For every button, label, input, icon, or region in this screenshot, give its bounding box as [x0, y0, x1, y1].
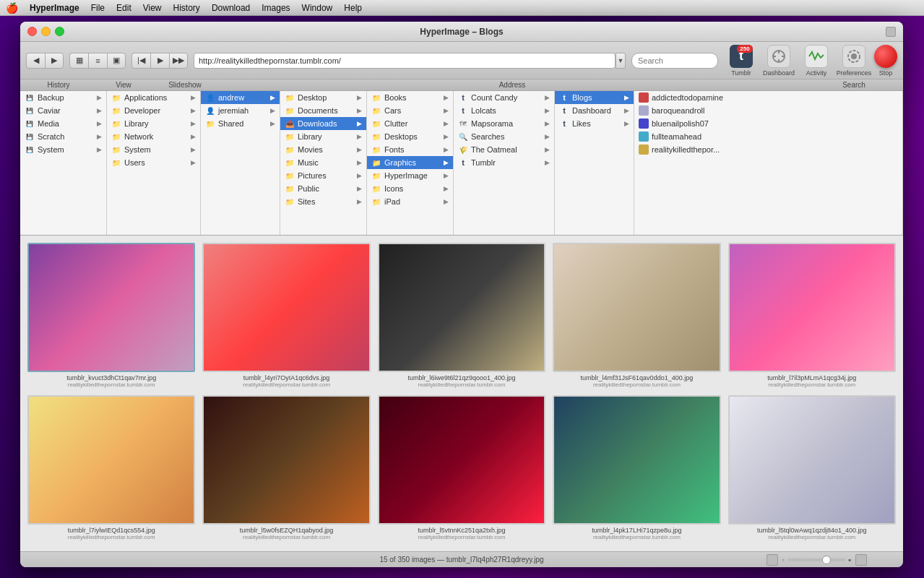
- finder-item-searches[interactable]: 🔍 Searches ▶: [454, 130, 554, 143]
- finder-item-system2[interactable]: 📁 System ▶: [107, 143, 200, 156]
- finder-item-applications[interactable]: 📁 Applications ▶: [107, 91, 200, 104]
- thumbnail-item[interactable]: tumblr_l7iylwIEQd1qcs554.jpg realitykill…: [27, 395, 195, 540]
- menu-file[interactable]: File: [91, 3, 105, 13]
- expand-button[interactable]: [855, 554, 867, 566]
- finder-item-users[interactable]: 📁 Users ▶: [107, 156, 200, 169]
- finder-item-public[interactable]: 📁 Public ▶: [280, 182, 366, 195]
- finder-item-graphics[interactable]: 📁 Graphics ▶: [367, 156, 453, 169]
- finder-item-music[interactable]: 📁 Music ▶: [280, 156, 366, 169]
- menu-download[interactable]: Download: [212, 3, 250, 13]
- arrow-icon: ▶: [444, 94, 449, 101]
- menu-images[interactable]: Images: [262, 3, 290, 13]
- finder-item-downloads[interactable]: 📥 Downloads ▶: [280, 117, 366, 130]
- finder-item-clutter[interactable]: 📁 Clutter ▶: [367, 117, 453, 130]
- finder-item-shared[interactable]: 📁 Shared ▶: [201, 117, 280, 130]
- search-input[interactable]: [631, 53, 718, 69]
- preferences-label: Preferences: [837, 69, 872, 77]
- finder-item-cars[interactable]: 📁 Cars ▶: [367, 104, 453, 117]
- cover-view-button[interactable]: ▣: [107, 53, 126, 69]
- arrow-icon: ▶: [444, 133, 449, 140]
- size-slider[interactable]: [787, 558, 845, 561]
- forward-button[interactable]: ▶: [45, 53, 64, 69]
- finder-item-library[interactable]: 📁 Library ▶: [107, 117, 200, 130]
- finder-item-realitykilled[interactable]: realitykilledthepor...: [634, 143, 902, 156]
- apple-menu[interactable]: 🍎: [6, 2, 18, 14]
- menu-window[interactable]: Window: [302, 3, 333, 13]
- activity-button[interactable]: Activity: [799, 45, 834, 77]
- dashboard-button[interactable]: Dashboard: [761, 45, 796, 77]
- back-button[interactable]: ◀: [26, 53, 45, 69]
- finder-item-fonts[interactable]: 📁 Fonts ▶: [367, 143, 453, 156]
- finder-item-lolcats[interactable]: t Lolcats ▶: [454, 104, 554, 117]
- finder-item-oatmeal[interactable]: 🌾 The Oatmeal ▶: [454, 143, 554, 156]
- fast-forward-button[interactable]: ▶▶: [169, 53, 188, 69]
- finder-item-backup[interactable]: 💾 Backup ▶: [20, 91, 106, 104]
- arrow-icon: ▶: [624, 94, 629, 101]
- finder-item-documents[interactable]: 📁 Documents ▶: [280, 104, 366, 117]
- thumbnail-item[interactable]: tumblr_l4pk17LHi71qzpe8u.jpg realitykill…: [553, 395, 720, 540]
- stop-button[interactable]: Stop: [874, 45, 897, 77]
- zoom-button[interactable]: [55, 27, 64, 36]
- finder-item-count-candy[interactable]: t Count Candy ▶: [454, 91, 554, 104]
- finder-item-ipad[interactable]: 📁 iPad ▶: [367, 195, 453, 208]
- finder-item-system[interactable]: 💾 System ▶: [20, 143, 106, 156]
- finder-item-icons[interactable]: 📁 Icons ▶: [367, 182, 453, 195]
- thumbnail-item[interactable]: tumblr_l6iwe9t6l21qz9qooo1_400.jpg reali…: [378, 243, 545, 388]
- thumbnail-item[interactable]: tumblr_l5w0fsEZQH1qabyod.jpg realitykill…: [202, 395, 370, 540]
- menu-help[interactable]: Help: [344, 3, 362, 13]
- menu-view[interactable]: View: [143, 3, 162, 13]
- thumbnail-item[interactable]: tumblr_l5vtnnKc251qa2txh.jpg realitykill…: [378, 395, 545, 540]
- thumbnail-item[interactable]: tumblr_kvuct3dhCt1qav7mr.jpg realitykill…: [27, 243, 195, 388]
- size-slider-container[interactable]: ▫ ▪: [782, 555, 851, 565]
- finder-label: Tumblr: [471, 158, 496, 167]
- finder-item-andrew[interactable]: 👤 andrew ▶: [201, 91, 280, 104]
- finder-label: realitykilledthepor...: [652, 145, 720, 154]
- fit-button[interactable]: [767, 554, 778, 566]
- menu-edit[interactable]: Edit: [116, 3, 131, 13]
- menu-history[interactable]: History: [173, 3, 200, 13]
- finder-item-pictures[interactable]: 📁 Pictures ▶: [280, 169, 366, 182]
- tumblr-button[interactable]: t 250 Tumblr: [724, 45, 759, 77]
- finder-item-scratch[interactable]: 💾 Scratch ▶: [20, 130, 106, 143]
- finder-item-blogs[interactable]: t Blogs ▶: [555, 91, 634, 104]
- finder-item-network[interactable]: 📁 Network ▶: [107, 130, 200, 143]
- finder-item-desktops[interactable]: 📁 Desktops ▶: [367, 130, 453, 143]
- finder-item-bluenail[interactable]: bluenailpolish07: [634, 117, 902, 130]
- finder-item-movies[interactable]: 📁 Movies ▶: [280, 143, 366, 156]
- thumbnail-source: realitykilledthepornstar.tumblr.com: [202, 534, 370, 540]
- finder-item-hyperimage[interactable]: 📁 HyperImage ▶: [367, 169, 453, 182]
- play-button[interactable]: ▶: [150, 53, 169, 69]
- finder-item-tumblr-folder[interactable]: t Tumblr ▶: [454, 156, 554, 169]
- finder-item-likes[interactable]: t Likes ▶: [555, 117, 634, 130]
- rewind-button[interactable]: |◀: [131, 53, 150, 69]
- finder-item-desktop[interactable]: 📁 Desktop ▶: [280, 91, 366, 104]
- finder-item-baroque[interactable]: baroqueandroll: [634, 104, 902, 117]
- close-button[interactable]: [27, 27, 37, 36]
- finder-item-media[interactable]: 💾 Media ▶: [20, 117, 106, 130]
- finder-item-mapsorama[interactable]: 🗺 Mapsorama ▶: [454, 117, 554, 130]
- finder-item-fullteam[interactable]: fullteamahead: [634, 130, 902, 143]
- grid-view-button[interactable]: ▦: [69, 53, 88, 69]
- thumbnail-area[interactable]: tumblr_kvuct3dhCt1qav7mr.jpg realitykill…: [20, 236, 903, 551]
- folder-icon: 📁: [285, 171, 295, 181]
- thumbnail-item[interactable]: tumblr_l7il3pMLmA1qcg34j.jpg realitykill…: [728, 243, 896, 388]
- finder-label: Backup: [38, 93, 64, 102]
- preferences-button[interactable]: Preferences: [837, 45, 871, 77]
- minimize-button[interactable]: [41, 27, 51, 36]
- finder-item-library2[interactable]: 📁 Library ▶: [280, 130, 366, 143]
- finder-item-developer[interactable]: 📁 Developer ▶: [107, 104, 200, 117]
- thumbnail-item[interactable]: tumblr_l4yri7OyIA1qc6dvs.jpg realitykill…: [202, 243, 370, 388]
- thumbnail-item[interactable]: tumblr_l4mf31JsF61qav0ddo1_400.jpg reali…: [553, 243, 720, 388]
- finder-item-dashboard[interactable]: t Dashboard ▶: [555, 104, 634, 117]
- window-zoom-icon[interactable]: [886, 27, 896, 37]
- finder-item-sites[interactable]: 📁 Sites ▶: [280, 195, 366, 208]
- finder-item-jeremiah[interactable]: 👤 jeremiah ▶: [201, 104, 280, 117]
- finder-item-books[interactable]: 📁 Books ▶: [367, 91, 453, 104]
- size-slider-thumb[interactable]: [822, 556, 831, 564]
- list-view-button[interactable]: ≡: [88, 53, 107, 69]
- address-dropdown[interactable]: ▼: [616, 53, 626, 69]
- finder-item-addicted[interactable]: addictedtodopamine: [634, 91, 902, 104]
- address-input[interactable]: [194, 53, 616, 69]
- finder-item-caviar[interactable]: 💾 Caviar ▶: [20, 104, 106, 117]
- thumbnail-item[interactable]: tumblr_l5tql0wAwq1qzdj84o1_400.jpg reali…: [728, 395, 896, 540]
